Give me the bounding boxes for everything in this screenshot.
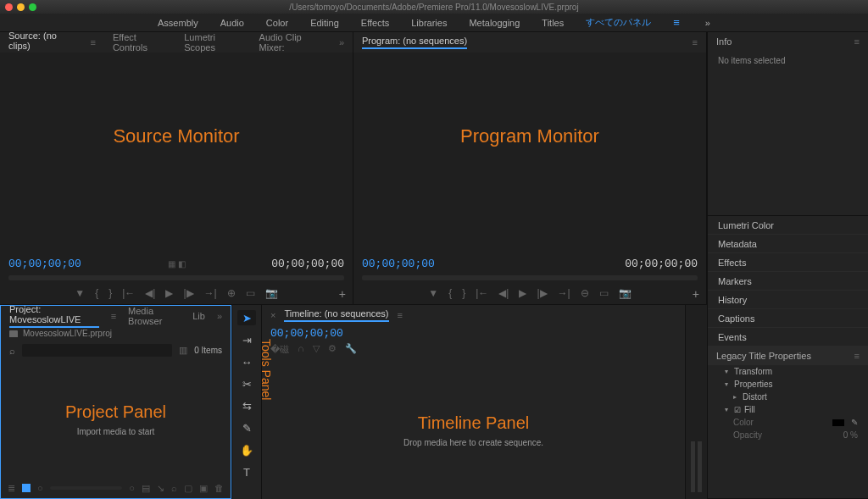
snap-icon[interactable]: �磁 — [270, 343, 289, 356]
tabs-overflow-icon[interactable]: » — [339, 37, 344, 47]
side-panel-events[interactable]: Events — [708, 328, 868, 347]
new-bin-button[interactable]: ▢ — [184, 483, 192, 494]
step-back-icon[interactable]: ◀| — [498, 287, 509, 299]
workspace-color[interactable]: Color — [266, 18, 288, 28]
program-scrubber[interactable] — [362, 275, 698, 280]
caret-down-icon[interactable]: ▾ — [725, 406, 728, 413]
ltp-properties[interactable]: Properties — [734, 380, 773, 389]
panel-menu-icon[interactable]: ≡ — [91, 37, 96, 47]
side-panel-captions[interactable]: Captions — [708, 309, 868, 328]
workspace-titles[interactable]: Titles — [542, 18, 564, 28]
workspace-active[interactable]: すべてのパネル — [586, 16, 651, 29]
tab-source[interactable]: Source: (no clips) — [8, 30, 74, 54]
side-panel-markers[interactable]: Markers — [708, 272, 868, 291]
panel-menu-icon[interactable]: ≡ — [398, 310, 403, 320]
button-editor-icon[interactable]: + — [339, 287, 346, 301]
linked-selection-icon[interactable]: ∩ — [298, 343, 304, 356]
tab-media-browser[interactable]: Media Browser — [128, 306, 181, 326]
caret-down-icon[interactable]: ▾ — [725, 368, 728, 375]
program-timecode-left[interactable]: 00;00;00;00 — [362, 258, 435, 270]
step-back-icon[interactable]: ◀| — [145, 287, 155, 299]
settings-icon[interactable]: ⚙ — [328, 343, 337, 356]
panel-menu-icon[interactable]: ≡ — [854, 36, 860, 47]
ltp-distort[interactable]: Distort — [743, 392, 767, 402]
marker-icon[interactable]: ▽ — [313, 343, 320, 356]
source-timecode-left[interactable]: 00;00;00;00 — [8, 258, 81, 270]
ltp-transform[interactable]: Transform — [734, 367, 772, 376]
workspace-assembly[interactable]: Assembly — [158, 18, 198, 28]
hand-tool[interactable]: ✋ — [237, 442, 256, 457]
mark-in-bracket[interactable]: { — [448, 287, 452, 299]
fit-icon[interactable]: ▦ — [168, 259, 175, 269]
button-editor-icon[interactable]: + — [693, 287, 699, 301]
tab-timeline[interactable]: Timeline: (no sequences) — [284, 308, 388, 322]
panel-menu-icon[interactable]: ≡ — [693, 37, 698, 47]
panel-menu-icon[interactable]: ≡ — [854, 351, 860, 361]
workspace-editing[interactable]: Editing — [310, 18, 339, 28]
side-panel-effects[interactable]: Effects — [708, 253, 868, 272]
zoom-slider[interactable] — [50, 486, 123, 490]
legacy-title-header[interactable]: Legacy Title Properties — [716, 351, 811, 361]
tab-project[interactable]: Project: MovesoslowLIVE — [9, 304, 99, 328]
new-bin-icon[interactable]: ▥ — [179, 345, 187, 356]
go-to-in-icon[interactable]: |← — [476, 287, 488, 299]
extract-icon[interactable]: ▭ — [599, 287, 609, 299]
type-tool[interactable]: T — [237, 464, 256, 480]
mark-out-bracket[interactable]: } — [462, 287, 465, 299]
zoom-slider-min[interactable]: ○ — [37, 483, 43, 493]
lift-icon[interactable]: ⊖ — [581, 287, 589, 299]
step-fwd-icon[interactable]: |▶ — [537, 287, 547, 299]
mark-in-icon[interactable]: ▼ — [75, 287, 85, 299]
zoom-slider-max[interactable]: ○ — [129, 483, 135, 493]
info-panel-title[interactable]: Info — [716, 36, 732, 47]
wrench-icon[interactable]: 🔧 — [345, 343, 357, 356]
panel-menu-icon[interactable]: ≡ — [111, 311, 116, 321]
tab-libraries[interactable]: Lib — [192, 311, 205, 321]
close-window-button[interactable] — [5, 3, 13, 11]
list-view-icon[interactable]: ≣ — [8, 483, 15, 494]
sort-icon[interactable]: ▤ — [142, 483, 150, 494]
icon-view-icon[interactable] — [22, 484, 31, 492]
mark-in-bracket[interactable]: { — [95, 287, 98, 299]
tab-effect-controls[interactable]: Effect Controls — [113, 32, 167, 53]
workspace-metalogging[interactable]: Metalogging — [469, 18, 520, 28]
checkbox-icon[interactable]: ☑ — [734, 406, 741, 414]
razor-tool[interactable]: ✂ — [237, 376, 256, 391]
side-panel-metadata[interactable]: Metadata — [708, 235, 868, 253]
caret-right-icon[interactable]: ▸ — [733, 393, 737, 401]
ltp-opacity-value[interactable]: 0 % — [843, 430, 858, 440]
step-fwd-icon[interactable]: |▶ — [183, 287, 193, 299]
source-scrubber[interactable] — [8, 275, 344, 280]
trash-icon[interactable]: 🗑 — [214, 483, 224, 493]
eyedropper-icon[interactable]: ✎ — [851, 418, 858, 427]
play-icon[interactable]: ▶ — [165, 287, 173, 299]
caret-down-icon[interactable]: ▾ — [725, 380, 728, 388]
automate-icon[interactable]: ↘ — [157, 483, 164, 494]
tab-program[interactable]: Program: (no sequences) — [362, 36, 467, 49]
insert-icon[interactable]: ⊕ — [227, 287, 236, 299]
half-icon[interactable]: ◧ — [178, 259, 186, 269]
tab-lumetri-scopes[interactable]: Lumetri Scopes — [184, 32, 242, 53]
new-item-icon[interactable]: ▣ — [199, 483, 208, 494]
ltp-fill[interactable]: Fill — [744, 405, 755, 414]
color-swatch[interactable] — [832, 419, 844, 426]
workspace-menu-icon[interactable]: ≡ — [673, 16, 680, 29]
play-icon[interactable]: ▶ — [519, 287, 526, 299]
workspace-libraries[interactable]: Libraries — [411, 18, 447, 28]
pen-tool[interactable]: ✎ — [237, 420, 256, 435]
mark-in-icon[interactable]: ▼ — [428, 287, 438, 299]
export-frame-icon[interactable]: 📷 — [619, 287, 632, 299]
go-to-out-icon[interactable]: →| — [204, 287, 217, 299]
mark-out-bracket[interactable]: } — [108, 287, 112, 299]
overwrite-icon[interactable]: ▭ — [246, 287, 255, 299]
workspace-overflow-icon[interactable]: » — [705, 18, 710, 28]
timeline-timecode[interactable]: 00;00;00;00 — [270, 327, 343, 340]
workspace-audio[interactable]: Audio — [220, 18, 244, 28]
minimize-window-button[interactable] — [17, 3, 25, 11]
zoom-window-button[interactable] — [29, 3, 36, 11]
side-panel-lumetri-color[interactable]: Lumetri Color — [708, 216, 868, 235]
selection-tool[interactable]: ➤ — [237, 310, 256, 325]
side-panel-history[interactable]: History — [708, 291, 868, 309]
audio-meter[interactable] — [685, 305, 707, 499]
workspace-effects[interactable]: Effects — [361, 18, 389, 28]
